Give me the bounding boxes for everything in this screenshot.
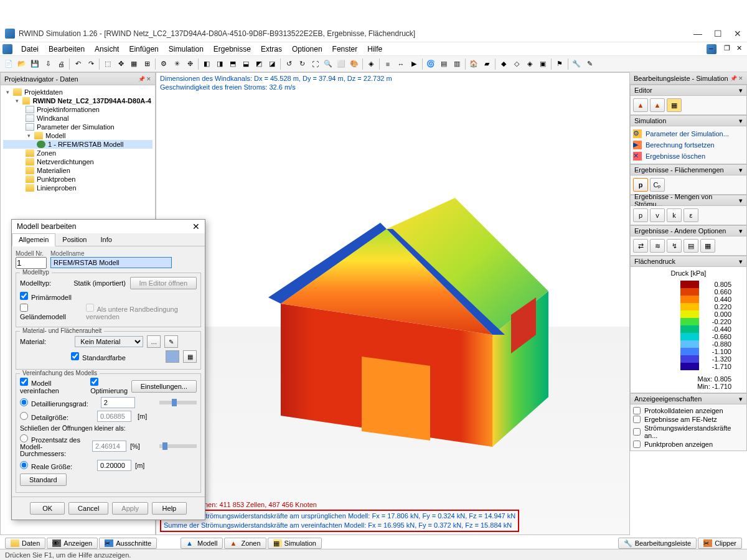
menu-ergebnisse[interactable]: Ergebnisse [209, 44, 256, 55]
results-surface-header[interactable]: Ergebnisse - Flächenmengen▾ [630, 164, 747, 175]
model-nr-input[interactable] [16, 257, 47, 269]
tree-model-1[interactable]: 1 - RFEM/RSTAB Modell [3, 140, 153, 149]
flow-k-btn[interactable]: k [667, 208, 682, 222]
rotate-left-icon[interactable]: ↺ [283, 58, 295, 70]
other-3-btn[interactable]: ↯ [667, 239, 682, 253]
apply-button[interactable]: Apply [112, 502, 148, 515]
editor-btn-2[interactable]: ▲ [650, 98, 665, 112]
dialog-tab-position[interactable]: Position [55, 233, 93, 246]
grid-icon[interactable]: ▦ [128, 58, 140, 70]
tree-materialien[interactable]: Materialien [3, 166, 153, 175]
other-4-btn[interactable]: ▤ [684, 239, 698, 253]
other-1-btn[interactable]: ⇄ [633, 239, 648, 253]
view-front-icon[interactable]: ◩ [253, 58, 265, 70]
print-icon[interactable]: 🖨 [55, 58, 67, 70]
tool2-icon[interactable]: ✎ [583, 58, 596, 70]
results-other-header[interactable]: Ergebnisse - Andere Optionen▾ [630, 225, 747, 236]
simplify-checkbox[interactable]: Modell vereinfachen [20, 378, 75, 394]
display-point-probes[interactable]: Punktproben anzeigen [633, 441, 744, 448]
detail-grade-input[interactable] [101, 397, 135, 408]
mdi-minimize[interactable]: – [707, 44, 716, 54]
tab-ausschnitte[interactable]: ✂Ausschnitte [99, 538, 157, 549]
view-bottom-icon[interactable]: ⬓ [240, 58, 252, 70]
close-button[interactable]: ✕ [733, 29, 742, 38]
display-fe-mesh[interactable]: Ergebnisse am FE-Netz [633, 416, 744, 423]
display-props-header[interactable]: Anzeigeeigenschaften▾ [630, 393, 747, 404]
tree-modell[interactable]: ▾Modell [3, 131, 153, 140]
arrow-icon[interactable]: ↔ [395, 58, 407, 70]
real-size-input[interactable] [97, 460, 131, 471]
menu-einfuegen[interactable]: Einfügen [124, 44, 163, 55]
color-swatch[interactable] [166, 350, 179, 363]
help-button[interactable]: Help [152, 502, 187, 515]
menu-datei[interactable]: Datei [16, 44, 44, 55]
3d-viewport[interactable]: Dimensionen des Windkanals: Dx = 45.528 … [156, 72, 630, 535]
menu-fenster[interactable]: Fenster [327, 44, 363, 55]
sim-continue-link[interactable]: ▶Berechnung fortsetzen [633, 140, 744, 150]
dialog-tab-allgemein[interactable]: Allgemein [12, 233, 55, 246]
export-icon[interactable]: ⇩ [42, 58, 54, 70]
cancel-button[interactable]: Cancel [68, 502, 108, 515]
material-browse-button[interactable]: … [147, 335, 161, 348]
layers-icon[interactable]: ≡ [382, 58, 394, 70]
other-2-btn[interactable]: ≋ [650, 239, 665, 253]
optimize-checkbox[interactable]: Optimierung [90, 378, 128, 394]
palette-icon[interactable]: 🎨 [348, 58, 360, 70]
mdi-close[interactable]: ✕ [734, 44, 745, 54]
tree-punktproben[interactable]: Punktproben [3, 175, 153, 184]
flag-icon[interactable]: ⚑ [553, 58, 566, 70]
dialog-tab-info[interactable]: Info [93, 233, 118, 246]
standard-button[interactable]: Standard [20, 474, 67, 486]
surface-icon[interactable]: ▰ [481, 58, 493, 70]
color-grid-button[interactable]: ▦ [183, 350, 197, 363]
gear3-icon[interactable]: ❉ [184, 58, 196, 70]
gear2-icon[interactable]: ✳ [171, 58, 183, 70]
mesh-icon[interactable]: ▤ [438, 58, 450, 70]
dialog-titlebar[interactable]: Modell bearbeiten ✕ [12, 220, 205, 233]
tab-bearbeitungsleiste[interactable]: 🔧Bearbeitungsleiste [618, 538, 697, 549]
material-select[interactable]: Kein Material [75, 336, 143, 347]
tool1-icon[interactable]: 🔧 [570, 58, 583, 70]
sim-delete-link[interactable]: ✕Ergebnisse löschen [633, 151, 744, 161]
model-name-input[interactable] [50, 257, 172, 268]
detail-size-radio[interactable]: Detailgröße: [20, 412, 68, 421]
tab-modell[interactable]: ▲Modell [181, 538, 223, 549]
wind-icon[interactable]: 🌀 [425, 58, 437, 70]
extra1-icon[interactable]: ◆ [497, 58, 510, 70]
primary-checkbox[interactable]: Primärmodell [20, 292, 72, 301]
view-top-icon[interactable]: ⬒ [227, 58, 239, 70]
move-icon[interactable]: ✥ [115, 58, 127, 70]
pin-icon[interactable]: 📌 [730, 75, 737, 82]
detail-grade-radio[interactable]: Detaillierungsgrad: [20, 398, 88, 408]
undo-icon[interactable]: ↶ [72, 58, 84, 70]
tree-projectinfo[interactable]: Projektinformationen [3, 105, 153, 114]
redo-icon[interactable]: ↷ [85, 58, 97, 70]
menu-simulation[interactable]: Simulation [164, 44, 209, 55]
ok-button[interactable]: OK [30, 502, 65, 515]
zoom-area-icon[interactable]: ⬜ [335, 58, 347, 70]
mdi-restore[interactable]: ❐ [721, 44, 733, 54]
extra4-icon[interactable]: ▣ [537, 58, 549, 70]
result-cp-btn[interactable]: Cₚ [650, 178, 665, 192]
dialog-close-icon[interactable]: ✕ [192, 222, 200, 231]
view-iso-icon[interactable]: ◪ [266, 58, 278, 70]
other-5-btn[interactable]: ▦ [700, 239, 715, 253]
tab-zonen[interactable]: ▲Zonen [224, 538, 266, 549]
gear-icon[interactable]: ⚙ [157, 58, 170, 70]
snap-icon[interactable]: ⊞ [141, 58, 153, 70]
panel-close-icon[interactable]: ✕ [146, 76, 151, 82]
tree-linienproben[interactable]: Linienproben [3, 184, 153, 192]
editor-btn-1[interactable]: ▲ [633, 98, 648, 112]
menu-hilfe[interactable]: Hilfe [362, 44, 387, 55]
view-left-icon[interactable]: ◧ [200, 58, 213, 70]
result-p-btn[interactable]: p [633, 178, 648, 192]
open-icon[interactable]: 📂 [16, 58, 28, 70]
detail-slider[interactable] [159, 401, 197, 404]
editor-section-header[interactable]: Editor▾ [630, 85, 747, 96]
material-new-button[interactable]: ✎ [164, 335, 178, 348]
run-icon[interactable]: ▶ [408, 58, 420, 70]
display-drag-forces[interactable]: Strömungswiderstandskräfte an... [633, 424, 744, 439]
results-icon[interactable]: ▥ [451, 58, 463, 70]
tree-windkanal[interactable]: Windkanal [3, 114, 153, 123]
minimize-button[interactable]: — [693, 29, 702, 38]
